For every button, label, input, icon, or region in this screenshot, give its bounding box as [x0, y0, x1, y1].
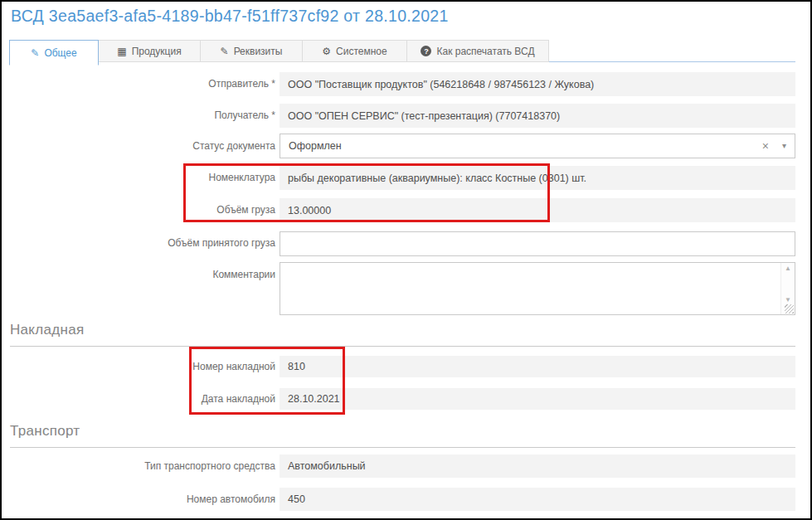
accepted-cargo-volume-input[interactable]: [280, 231, 795, 256]
clear-icon[interactable]: ×: [762, 140, 769, 152]
waybill-number-label: Номер накладной: [10, 361, 275, 372]
table-icon: ▦: [117, 46, 126, 57]
question-circle-icon: ?: [421, 46, 431, 56]
receiver-label: Получатель *: [10, 109, 275, 121]
waybill-date-value: 28.10.2021: [280, 388, 795, 410]
tab-products[interactable]: ▦ Продукция: [98, 40, 201, 62]
document-status-input[interactable]: [280, 134, 795, 158]
tab-how-to-print[interactable]: ? Как распечатать ВСД: [406, 40, 549, 62]
sender-label: Отправитель *: [10, 78, 275, 90]
edit-icon: ✎: [221, 46, 229, 57]
document-status-label: Статус документа: [10, 140, 275, 152]
receiver-value: ООО "ОПЕН СЕРВИС" (тест-презентация) (77…: [280, 104, 795, 128]
nomenclature-label: Номенклатура: [10, 172, 275, 183]
transport-type-value: Автомобильный: [280, 454, 795, 478]
chevron-down-icon[interactable]: ▾: [782, 142, 786, 150]
tab-details[interactable]: ✎ Реквизиты: [200, 40, 303, 62]
cogs-icon: ⚙: [322, 46, 331, 57]
page-title: ВСД 3ea5aef3-afa5-4189-bb47-f51ff737cf92…: [11, 7, 449, 26]
vehicle-number-label: Номер автомобиля: [10, 493, 275, 505]
transport-section-heading: Транспорт: [10, 423, 795, 448]
tab-system-label: Системное: [336, 46, 387, 57]
cargo-volume-label: Объём груза: [10, 204, 275, 216]
tab-general[interactable]: ✎ Общее: [9, 40, 99, 66]
transport-type-label: Тип транспортного средства: [10, 460, 275, 472]
vehicle-number-value: 450: [280, 488, 795, 511]
tab-details-label: Реквизиты: [234, 46, 283, 57]
cargo-volume-value: 13.00000: [280, 198, 795, 222]
vsd-document-page: ВСД 3ea5aef3-afa5-4189-bb47-f51ff737cf92…: [0, 0, 812, 520]
resize-grip-icon[interactable]: [785, 304, 794, 313]
scroll-down-icon[interactable]: ▼: [781, 296, 795, 304]
tab-general-label: Общее: [44, 47, 76, 59]
tab-bar: ✎ Общее ▦ Продукция ✎ Реквизиты ⚙ Систем…: [9, 40, 795, 62]
scroll-up-icon[interactable]: ▲: [781, 265, 795, 273]
waybill-number-value: 810: [280, 356, 795, 377]
waybill-date-label: Дата накладной: [10, 393, 275, 405]
comments-textarea[interactable]: [280, 263, 780, 314]
nomenclature-value: рыбы декоративные (аквариумные): класс К…: [280, 166, 795, 190]
accepted-cargo-volume-label: Объём принятого груза: [10, 237, 275, 249]
sender-value: ООО "Поставщик продуктов" (546218648 / 9…: [280, 72, 795, 96]
tab-how-to-print-label: Как распечатать ВСД: [436, 46, 534, 57]
tab-system[interactable]: ⚙ Системное: [302, 40, 407, 62]
comments-label: Комментарии: [10, 269, 275, 280]
tab-products-label: Продукция: [132, 46, 182, 57]
document-status-select[interactable]: × ▾: [280, 134, 795, 158]
waybill-section-heading: Накладная: [10, 322, 795, 347]
edit-icon: ✎: [31, 47, 39, 59]
comments-field: ▲ ▼: [280, 262, 795, 315]
